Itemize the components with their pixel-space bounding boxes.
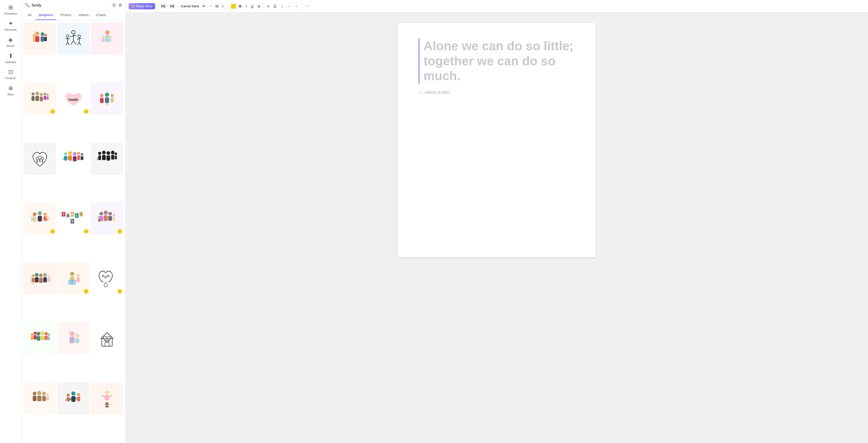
svg-point-6	[44, 34, 47, 36]
svg-rect-160	[46, 397, 49, 400]
graphic-item[interactable]: f A m I l Y 👑	[57, 202, 90, 235]
svg-rect-57	[64, 156, 67, 161]
svg-rect-116	[39, 278, 43, 283]
tab-graphics[interactable]: Graphics	[35, 10, 56, 20]
svg-rect-110	[98, 219, 100, 222]
indent-button[interactable]: →	[286, 3, 292, 9]
magic-write-button[interactable]: ✨ Magic Write	[129, 3, 155, 9]
svg-point-79	[33, 212, 36, 216]
graphic-item[interactable]: 👑	[91, 202, 123, 235]
sidebar-item-uploads[interactable]: ⬆ Uploads	[2, 51, 20, 66]
graphic-item[interactable]: 👑	[24, 82, 56, 115]
outdent-button[interactable]: ←	[293, 3, 300, 9]
graphic-item[interactable]	[24, 382, 56, 415]
svg-line-21	[78, 42, 79, 45]
document-author: — Helen Keller	[418, 90, 575, 95]
underline-button[interactable]: U	[250, 3, 255, 9]
graphic-item[interactable]	[91, 22, 123, 55]
svg-rect-162	[67, 397, 70, 401]
graphic-item[interactable]	[24, 322, 56, 354]
document-quote[interactable]: Alone we can do so little; together we c…	[418, 38, 575, 84]
svg-rect-166	[71, 396, 75, 402]
sidebar-item-projects[interactable]: ⊡ Projects	[2, 67, 20, 82]
graphic-item[interactable]	[57, 322, 90, 354]
svg-rect-149	[105, 342, 109, 346]
svg-rect-28	[109, 39, 112, 42]
svg-point-13	[66, 35, 69, 37]
graphic-item[interactable]: 👑	[91, 262, 123, 295]
svg-point-175	[105, 402, 109, 406]
svg-rect-69	[98, 155, 101, 160]
sidebar-item-apps[interactable]: ⊕ Apps	[2, 83, 20, 98]
svg-rect-82	[38, 216, 42, 222]
sidebar-item-templates[interactable]: ⊞ Templates	[2, 2, 20, 17]
svg-rect-120	[48, 278, 50, 282]
more-options-button[interactable]: ⋯	[304, 3, 310, 9]
font-family-select[interactable]: Canva Sans	[177, 3, 206, 9]
list-button[interactable]: ☰	[272, 3, 278, 9]
sidebar-item-brand[interactable]: ◈ Brand	[2, 34, 20, 50]
graphic-item[interactable]: family 👑	[57, 82, 90, 115]
line-spacing-button[interactable]: ↕	[280, 3, 284, 9]
premium-badge: 👑	[50, 229, 55, 234]
svg-point-121	[70, 272, 74, 276]
sidebar-item-elements[interactable]: ✦ Elements	[2, 18, 20, 33]
svg-point-60	[68, 151, 72, 155]
svg-point-161	[67, 393, 70, 397]
graphic-item[interactable]: 👑	[24, 202, 56, 235]
graphic-item[interactable]	[91, 322, 123, 354]
tab-all[interactable]: All	[25, 10, 34, 20]
text-color-indicator[interactable]	[231, 4, 236, 9]
graphic-item[interactable]: 👑	[57, 262, 90, 295]
graphic-item[interactable]	[91, 143, 123, 175]
h2-button[interactable]: H2	[169, 4, 176, 9]
svg-point-146	[75, 334, 79, 338]
filter-button[interactable]: ⚙	[119, 3, 122, 7]
svg-point-87	[46, 215, 49, 217]
svg-rect-139	[41, 336, 44, 340]
graphic-item[interactable]	[91, 382, 123, 415]
graphic-item[interactable]	[91, 82, 123, 115]
svg-point-115	[39, 274, 43, 277]
svg-line-163	[65, 399, 67, 401]
tab-charts[interactable]: Charts	[93, 10, 109, 20]
search-input[interactable]	[32, 3, 110, 7]
svg-point-18	[78, 35, 81, 37]
svg-point-103	[104, 211, 108, 215]
svg-point-81	[38, 211, 42, 215]
svg-line-173	[102, 395, 105, 397]
h1-button[interactable]: H1	[160, 3, 167, 9]
svg-rect-41	[100, 98, 104, 103]
magic-write-icon: ✨	[131, 4, 135, 8]
clear-search-button[interactable]: ✕	[112, 3, 116, 7]
svg-line-51	[37, 160, 38, 163]
graphic-item[interactable]	[24, 22, 56, 55]
svg-point-111	[31, 274, 35, 278]
graphic-item[interactable]	[24, 143, 56, 175]
svg-point-37	[46, 94, 49, 96]
svg-point-171	[105, 390, 109, 394]
tab-videos[interactable]: Videos	[75, 10, 92, 20]
graphic-item[interactable]	[24, 262, 56, 295]
graphic-item[interactable]	[57, 382, 90, 415]
font-size-decrease[interactable]: −	[209, 4, 213, 8]
svg-rect-114	[35, 277, 38, 282]
tab-photos[interactable]: Photos	[58, 10, 74, 20]
premium-badge: 👑	[84, 229, 89, 234]
premium-badge: 👑	[117, 289, 122, 294]
svg-rect-170	[77, 397, 80, 401]
bold-button[interactable]: B	[238, 3, 243, 9]
strikethrough-button[interactable]: S	[256, 3, 261, 9]
font-size-increase[interactable]: +	[220, 4, 225, 8]
svg-line-55	[42, 160, 43, 163]
svg-point-66	[81, 153, 83, 156]
graphic-item[interactable]	[57, 22, 90, 55]
svg-rect-118	[43, 277, 47, 282]
search-tabs: All Graphics Photos Videos Charts	[21, 10, 125, 20]
uploads-icon: ⬆	[8, 53, 13, 59]
svg-text:family: family	[68, 98, 78, 101]
graphic-item[interactable]	[57, 143, 90, 175]
align-button[interactable]: ≡	[266, 3, 271, 9]
italic-button[interactable]: I	[245, 3, 248, 9]
toolbar-divider-3	[264, 3, 264, 9]
